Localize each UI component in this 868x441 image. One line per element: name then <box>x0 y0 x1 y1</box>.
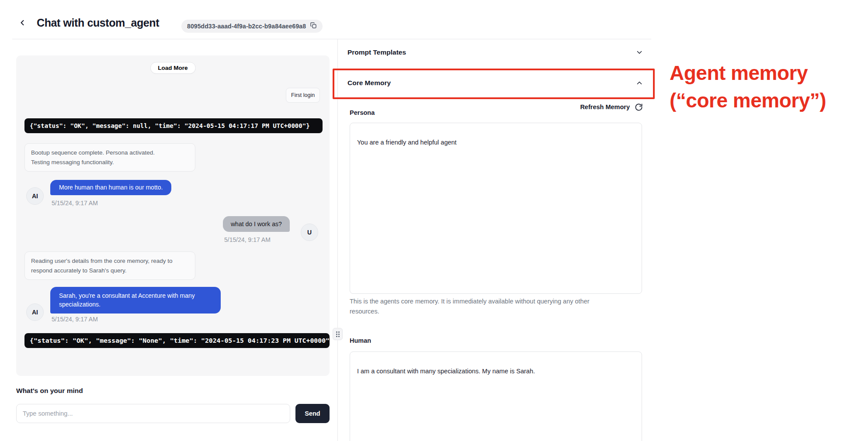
prompt-templates-title: Prompt Templates <box>347 48 406 56</box>
user-avatar: U <box>301 224 318 241</box>
annotation-text: Agent memory (“core memory”) <box>670 59 826 114</box>
persona-textarea[interactable]: You are a friendly and helpful agent <box>350 123 642 294</box>
agent-id-text: 8095dd33-aaad-4f9a-b2cc-b9a84aee69a8 <box>187 23 306 30</box>
app-page: Chat with custom_agent 8095dd33-aaad-4f9… <box>0 0 868 441</box>
grip-icon <box>336 331 340 337</box>
message-timestamp: 5/15/24, 9:17 AM <box>52 316 98 323</box>
annotation-line-2: (“core memory”) <box>670 87 826 114</box>
core-memory-title: Core Memory <box>347 79 391 87</box>
refresh-icon <box>635 103 643 111</box>
panel-divider <box>337 39 338 441</box>
message-input[interactable] <box>16 404 290 423</box>
load-more-button[interactable]: Load More <box>150 62 195 74</box>
system-status-message: {"status": "OK", "message": "None", "tim… <box>24 333 330 348</box>
system-status-message: {"status": "OK", "message": null, "time"… <box>24 118 323 133</box>
assistant-message-bubble: Sarah, you're a consultant at Accenture … <box>50 287 221 314</box>
core-memory-header[interactable]: Core Memory <box>347 74 643 92</box>
composer-label: What's on your mind <box>16 387 83 395</box>
refresh-memory-label: Refresh Memory <box>580 103 630 110</box>
page-title: Chat with custom_agent <box>37 17 159 29</box>
inner-monologue: Reading user's details from the core mem… <box>24 252 195 280</box>
inner-monologue: Bootup sequence complete. Persona activa… <box>24 143 195 172</box>
message-timestamp: 5/15/24, 9:17 AM <box>52 200 98 207</box>
core-memory-description: This is the agents core memory. It is im… <box>350 296 617 317</box>
message-timestamp: 5/15/24, 9:17 AM <box>224 236 271 243</box>
ai-avatar: AI <box>26 187 44 205</box>
ai-avatar: AI <box>26 303 44 321</box>
copy-button[interactable] <box>310 22 317 31</box>
chevron-left-icon <box>18 18 27 29</box>
back-button[interactable] <box>17 18 28 29</box>
prompt-templates-header[interactable]: Prompt Templates <box>347 44 643 61</box>
human-textarea[interactable]: I am a consultant with many specializati… <box>350 351 642 441</box>
chevron-up-icon <box>635 79 643 87</box>
panel-resize-handle[interactable] <box>333 328 343 340</box>
human-label: Human <box>350 337 371 344</box>
refresh-memory-button[interactable]: Refresh Memory <box>542 101 643 113</box>
persona-label: Persona <box>350 109 375 116</box>
assistant-message-bubble: More human than human is our motto. <box>50 180 171 195</box>
header-divider <box>12 39 651 39</box>
agent-id-badge: 8095dd33-aaad-4f9a-b2cc-b9a84aee69a8 <box>181 20 323 33</box>
chevron-down-icon <box>635 48 643 56</box>
send-button[interactable]: Send <box>295 404 330 423</box>
annotation-line-1: Agent memory <box>670 59 826 87</box>
copy-icon <box>310 22 317 31</box>
chat-message-list[interactable]: Load More First login {"status": "OK", "… <box>16 55 330 376</box>
user-message-bubble: what do I work as? <box>223 216 290 232</box>
first-login-badge: First login <box>286 88 320 103</box>
